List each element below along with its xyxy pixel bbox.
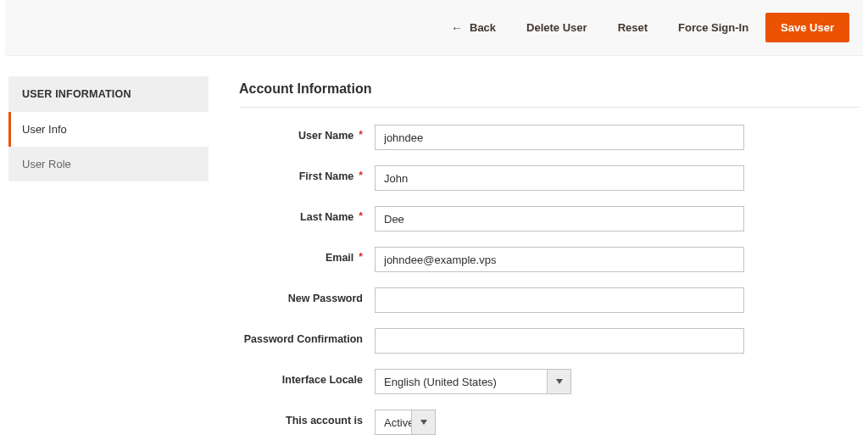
page-actions-bar: ← Back Delete User Reset Force Sign-In S… — [5, 0, 863, 56]
sidebar: USER INFORMATION User Info User Role — [8, 76, 209, 181]
required-star-icon: * — [359, 129, 363, 141]
row-locale: Interface Locale English (United States) — [239, 369, 860, 394]
new-password-field[interactable] — [375, 287, 744, 313]
row-newpassword: New Password — [239, 287, 860, 313]
password-confirmation-field[interactable] — [375, 328, 744, 354]
label-email: Email* — [239, 247, 363, 265]
row-firstname: First Name* — [239, 165, 860, 191]
sidebar-item-user-info[interactable]: User Info — [8, 112, 209, 147]
save-user-label: Save User — [781, 21, 834, 34]
back-button[interactable]: ← Back — [437, 13, 509, 43]
row-pwconfirm: Password Confirmation — [239, 328, 860, 354]
sidebar-item-label: User Info — [22, 123, 67, 136]
row-email: Email* — [239, 247, 860, 272]
firstname-field[interactable] — [375, 165, 744, 191]
sidebar-item-label: User Role — [22, 158, 71, 170]
label-locale: Interface Locale — [239, 369, 363, 387]
reset-label: Reset — [618, 21, 648, 34]
save-user-button[interactable]: Save User — [765, 13, 849, 42]
interface-locale-select[interactable]: English (United States) — [375, 369, 571, 394]
account-status-value: Active — [376, 410, 411, 434]
label-username: User Name* — [239, 125, 363, 143]
label-account-status: This account is — [239, 410, 363, 428]
label-firstname: First Name* — [239, 165, 363, 184]
reset-button[interactable]: Reset — [604, 13, 661, 42]
required-star-icon: * — [359, 170, 363, 181]
required-star-icon: * — [359, 210, 363, 222]
back-button-label: Back — [470, 21, 496, 34]
required-star-icon: * — [359, 251, 363, 263]
chevron-down-icon — [547, 370, 570, 393]
label-newpassword: New Password — [239, 287, 363, 306]
svg-marker-0 — [556, 379, 563, 384]
row-username: User Name* — [239, 125, 860, 150]
force-signin-button[interactable]: Force Sign-In — [665, 13, 762, 42]
label-lastname: Last Name* — [239, 206, 363, 225]
username-field[interactable] — [375, 125, 744, 150]
interface-locale-value: English (United States) — [376, 370, 547, 393]
account-status-select[interactable]: Active — [375, 410, 436, 435]
main-panel: Account Information User Name* First Nam… — [239, 76, 860, 446]
email-field[interactable] — [375, 247, 744, 272]
section-title: Account Information — [239, 81, 860, 108]
content-layout: USER INFORMATION User Info User Role Acc… — [0, 59, 868, 446]
sidebar-item-user-role[interactable]: User Role — [8, 147, 209, 181]
row-lastname: Last Name* — [239, 206, 860, 231]
delete-user-label: Delete User — [526, 21, 587, 34]
arrow-left-icon: ← — [451, 21, 463, 35]
chevron-down-icon — [411, 410, 435, 434]
force-signin-label: Force Sign-In — [678, 21, 748, 34]
label-pwconfirm: Password Confirmation — [239, 328, 363, 347]
delete-user-button[interactable]: Delete User — [513, 13, 601, 42]
row-account-status: This account is Active — [239, 410, 860, 435]
sidebar-header: USER INFORMATION — [8, 76, 209, 112]
lastname-field[interactable] — [375, 206, 744, 231]
svg-marker-1 — [420, 420, 427, 425]
